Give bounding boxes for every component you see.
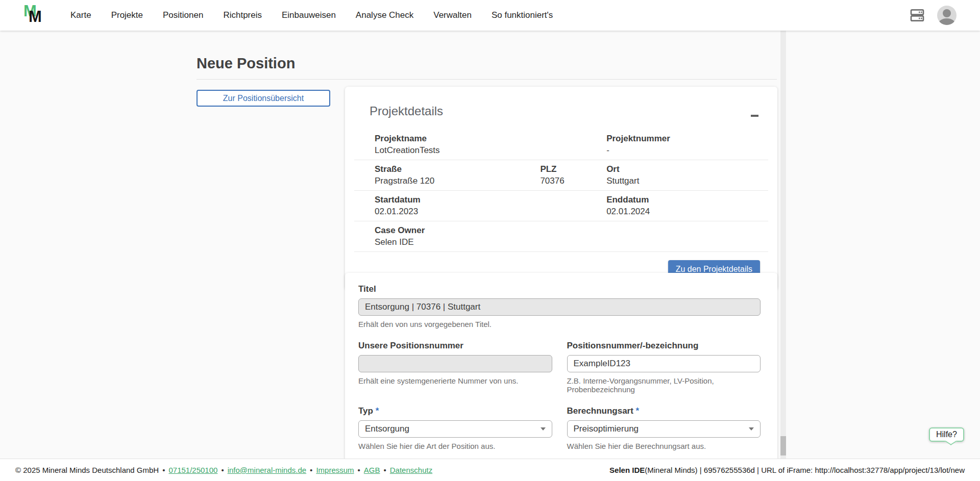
required-asterisk: * (376, 406, 379, 416)
titel-field-group: Titel Erhält den von uns vorgegebenen Ti… (358, 284, 761, 328)
typ-select-value: Entsorgung (365, 424, 409, 434)
positionsnummer-label: Positionsnummer/-bezeichnung (567, 341, 761, 351)
strasse-label: Straße (375, 164, 520, 174)
startdatum-cell: Startdatum 02.01.2023 (354, 195, 520, 217)
nav-item-karte[interactable]: Karte (70, 10, 91, 20)
nav-item-richtpreis[interactable]: Richtpreis (223, 10, 262, 20)
footer-session-info: Selen IDE (Mineral Minds) | 69576255536d… (609, 466, 965, 474)
project-details-table: Projektname LotCreationTests Projektnumm… (354, 130, 768, 252)
nav-item-so-funktionierts[interactable]: So funktioniert's (492, 10, 553, 20)
positionsnummer-helper: Z.B. Interne-Vorgangsnummer, LV-Position… (567, 376, 761, 394)
table-row: Straße Pragstraße 120 PLZ 70376 Ort Stut… (354, 160, 768, 191)
startdatum-label: Startdatum (375, 195, 520, 205)
enddatum-value: 02.01.2024 (606, 207, 768, 217)
titel-input (358, 298, 761, 316)
zur-positionsuebersicht-button[interactable]: Zur Positionsübersicht (197, 90, 330, 107)
titel-helper: Erhält den von uns vorgegebenen Titel. (358, 320, 761, 328)
titel-label: Titel (358, 284, 761, 294)
required-asterisk: * (636, 406, 640, 416)
case-owner-label: Case Owner (375, 225, 520, 236)
enddatum-cell: Enddatum 02.01.2024 (586, 195, 768, 217)
nav-item-analyse-check[interactable]: Analyse Check (356, 10, 413, 20)
berechnungsart-label: Berechnungsart * (567, 406, 761, 416)
number-fields-row: Unsere Positionsnummer Erhält eine syste… (358, 341, 761, 394)
ort-cell: Ort Stuttgart (586, 164, 768, 186)
strasse-cell: Straße Pragstraße 120 (354, 164, 520, 186)
avatar-icon[interactable] (937, 6, 957, 25)
projektdetails-card: Projektdetails Projektname LotCreationTe… (345, 87, 777, 290)
typ-group: Typ * Entsorgung Wählen Sie hier die Art… (358, 406, 552, 450)
footer: © 2025 Mineral Minds Deutschland GmbH • … (0, 459, 980, 481)
footer-link-phone[interactable]: 07151/250100 (168, 466, 217, 474)
footer-link-email[interactable]: info@mineral-minds.de (228, 466, 306, 474)
berechnungsart-group: Berechnungsart * Preisoptimierung Wählen… (567, 406, 761, 450)
projektdetails-title: Projektdetails (370, 104, 443, 118)
strasse-value: Pragstraße 120 (375, 176, 520, 186)
chevron-down-icon (541, 427, 546, 431)
case-owner-value: Selen IDE (375, 237, 520, 247)
footer-link-datenschutz[interactable]: Datenschutz (390, 466, 432, 474)
page-title: Neue Position (197, 55, 295, 72)
projektname-cell: Projektname LotCreationTests (354, 134, 520, 156)
plz-cell: PLZ 70376 (520, 164, 586, 186)
projektname-value: LotCreationTests (375, 145, 520, 156)
server-stack-icon[interactable] (909, 7, 926, 23)
position-form-card: Titel Erhält den von uns vorgegebenen Ti… (345, 273, 777, 459)
unsere-positionsnummer-input (358, 355, 552, 372)
plz-label: PLZ (540, 164, 586, 174)
projektnummer-cell: Projektnummer - (586, 134, 768, 156)
projektnummer-value: - (606, 145, 768, 156)
footer-user: Selen IDE (609, 466, 645, 474)
projektnummer-label: Projektnummer (606, 134, 768, 144)
nav-item-projekte[interactable]: Projekte (111, 10, 143, 20)
typ-select[interactable]: Entsorgung (358, 420, 552, 438)
positionsnummer-input[interactable] (567, 355, 761, 372)
copyright-text: © 2025 Mineral Minds Deutschland GmbH (15, 466, 159, 474)
content-scrollbar-thumb[interactable] (780, 436, 786, 455)
footer-session-details: (Mineral Minds) | 69576255536d | URL of … (645, 466, 965, 474)
typ-helper: Wählen Sie hier die Art der Position aus… (358, 442, 552, 450)
app-logo[interactable]: M M (22, 3, 47, 28)
avatar-head (943, 9, 951, 17)
main-content: Neue Position Zur Positionsübersicht Pro… (0, 31, 980, 459)
minus-icon (751, 115, 758, 117)
footer-left: © 2025 Mineral Minds Deutschland GmbH • … (15, 466, 432, 474)
projektdetails-header: Projektdetails (345, 87, 777, 130)
footer-link-impressum[interactable]: Impressum (316, 466, 354, 474)
ort-label: Ort (606, 164, 768, 174)
nav-item-positionen[interactable]: Positionen (163, 10, 203, 20)
plz-value: 70376 (540, 176, 586, 186)
content-scrollbar-track[interactable] (780, 31, 786, 459)
unsere-positionsnummer-label: Unsere Positionsnummer (358, 341, 552, 351)
logo-m-black: M (29, 8, 42, 26)
berechnungsart-select-value: Preisoptimierung (574, 424, 639, 434)
top-navbar: M M Karte Projekte Positionen Richtpreis… (0, 0, 980, 31)
main-nav: Karte Projekte Positionen Richtpreis Ein… (70, 10, 553, 20)
nav-item-einbauweisen[interactable]: Einbauweisen (282, 10, 336, 20)
title-divider (197, 79, 777, 80)
case-owner-cell: Case Owner Selen IDE (354, 225, 520, 247)
positionsnummer-group: Positionsnummer/-bezeichnung Z.B. Intern… (567, 341, 761, 394)
startdatum-value: 02.01.2023 (375, 207, 520, 217)
nav-item-verwalten[interactable]: Verwalten (433, 10, 472, 20)
navbar-right (909, 6, 957, 25)
select-fields-row: Typ * Entsorgung Wählen Sie hier die Art… (358, 406, 761, 450)
berechnungsart-helper: Wählen Sie hier die Berechnungsart aus. (567, 442, 761, 450)
table-row: Startdatum 02.01.2023 Enddatum 02.01.202… (354, 191, 768, 221)
typ-label: Typ * (358, 406, 552, 416)
table-row: Projektname LotCreationTests Projektnumm… (354, 130, 768, 160)
enddatum-label: Enddatum (606, 195, 768, 205)
table-row: Case Owner Selen IDE (354, 221, 768, 252)
chevron-down-icon (749, 427, 754, 431)
unsere-positionsnummer-group: Unsere Positionsnummer Erhält eine syste… (358, 341, 552, 394)
unsere-positionsnummer-helper: Erhält eine systemgenerierte Nummer von … (358, 376, 552, 385)
footer-link-agb[interactable]: AGB (364, 466, 380, 474)
avatar-body (939, 18, 955, 25)
projektname-label: Projektname (375, 134, 520, 144)
collapse-card-button[interactable] (747, 108, 762, 123)
ort-value: Stuttgart (606, 176, 768, 186)
hilfe-button[interactable]: Hilfe? (929, 427, 964, 442)
berechnungsart-select[interactable]: Preisoptimierung (567, 420, 761, 438)
